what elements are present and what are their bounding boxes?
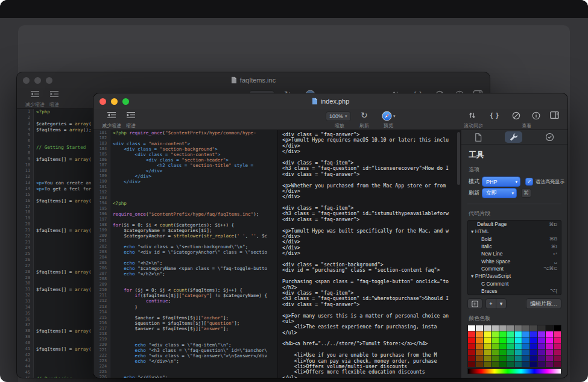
color-gradient-strip[interactable] [467, 368, 561, 374]
color-swatch[interactable] [499, 343, 507, 349]
source-line[interactable]: </div> [282, 251, 461, 256]
color-swatch[interactable] [546, 331, 553, 337]
code-line[interactable]: 203 echo "<div id = \"$categoryAnchor\" … [93, 249, 277, 255]
snippet-item[interactable]: Comment⌥⌘C [468, 265, 561, 272]
color-swatch[interactable] [546, 362, 553, 367]
source-line[interactable]: </div> [282, 234, 461, 239]
color-swatch[interactable] [499, 337, 507, 343]
code-line[interactable]: 214 [93, 310, 277, 315]
zoom-button[interactable] [122, 98, 129, 105]
tab-validation[interactable] [541, 131, 558, 143]
code-line[interactable]: 221 echo "<h3 class = \"faq-question\" i… [93, 348, 277, 353]
code-line[interactable]: 188 </div> [93, 168, 277, 174]
color-swatch[interactable] [538, 349, 545, 355]
snippet-item[interactable]: Braces⌥{ [468, 287, 561, 295]
color-swatch[interactable] [554, 355, 561, 361]
minimize-button[interactable] [34, 77, 41, 84]
code-line[interactable]: 200 $categoryAnchor = strtolower(str_rep… [93, 233, 277, 239]
color-swatch[interactable] [530, 337, 537, 343]
color-swatch[interactable] [468, 343, 475, 349]
color-swatch[interactable] [492, 325, 499, 331]
code-line[interactable]: 223 echo "</div>\n"; [93, 359, 277, 364]
color-swatch[interactable] [507, 337, 514, 343]
color-swatch[interactable] [530, 355, 537, 361]
code-line[interactable]: 189 </div> [93, 174, 277, 179]
code-line[interactable]: 198for($i = 0; $i < count($categories); … [93, 222, 277, 228]
color-swatch[interactable] [538, 325, 545, 331]
color-swatch[interactable] [515, 331, 522, 337]
color-swatch[interactable] [522, 355, 530, 361]
color-swatch[interactable] [546, 355, 553, 361]
color-swatch[interactable] [484, 349, 491, 355]
color-swatch[interactable] [499, 349, 507, 355]
snippet-item[interactable]: Default Page⌘D [468, 221, 561, 228]
color-swatch[interactable] [538, 337, 545, 343]
color-swatch[interactable] [530, 343, 537, 349]
code-line[interactable]: 195 [93, 206, 277, 211]
code-line[interactable]: 184 <div class = "section-background"> [93, 146, 277, 152]
color-swatch[interactable] [546, 343, 553, 349]
source-line[interactable]: <p>Whether you purchased from the Mac Ap… [282, 183, 461, 189]
syntax-highlight-checkbox[interactable]: ✓ [525, 178, 533, 186]
code-line[interactable]: 193 [93, 195, 277, 201]
code-line[interactable]: 191 [93, 184, 277, 190]
color-swatch[interactable] [476, 337, 483, 343]
edit-snippet-button[interactable]: 编辑片段… [526, 298, 561, 309]
outdent-button[interactable] [107, 111, 116, 119]
color-swatch[interactable] [476, 325, 483, 331]
snippet-list[interactable]: Default Page⌘D▾ HTMLBold⌘BItalic⌘INew Li… [467, 220, 561, 295]
minimize-button[interactable] [111, 98, 118, 105]
source-line[interactable]: </div> [282, 239, 461, 245]
code-line[interactable]: 201 [93, 239, 277, 244]
scroll-sync-button[interactable] [469, 111, 476, 119]
tab-document[interactable] [470, 132, 486, 143]
code-editor[interactable]: 181<?php require_once("$contentPrefix/hy… [93, 130, 277, 378]
code-line[interactable]: 204 [93, 255, 277, 260]
color-swatch[interactable] [468, 349, 475, 355]
source-line[interactable]: <li>The easiest experience for purchasin… [282, 324, 461, 330]
color-swatch[interactable] [554, 331, 561, 337]
color-swatch[interactable] [507, 331, 514, 337]
color-swatch[interactable] [507, 325, 514, 331]
source-line[interactable]: </div> [282, 245, 461, 251]
snippet-item[interactable]: ▾ PHP/JavaScript [468, 272, 561, 280]
color-swatch[interactable] [468, 325, 475, 331]
color-swatch[interactable] [476, 349, 483, 355]
color-swatch[interactable] [530, 362, 537, 367]
color-swatch[interactable] [492, 331, 499, 337]
color-swatch[interactable] [554, 325, 561, 331]
code-line[interactable]: 210 for ($j = 0; $j < count($faqItems); … [93, 287, 277, 293]
snippet-item[interactable]: C Comment [468, 280, 561, 287]
scrollbar[interactable] [457, 132, 460, 185]
color-swatch[interactable] [492, 362, 499, 367]
color-swatch[interactable] [476, 362, 483, 367]
color-swatch[interactable] [538, 355, 545, 361]
tab-tools[interactable] [505, 131, 522, 143]
code-line[interactable]: 186 <div class = "section-header"> [93, 157, 277, 163]
code-line[interactable]: 220 echo "<div class = \"faq-item\"\n"; [93, 342, 277, 348]
color-swatch[interactable] [522, 337, 530, 343]
color-swatch[interactable] [515, 362, 522, 367]
source-line[interactable]: </div> [282, 149, 461, 154]
source-line[interactable]: <div class = "faq-answer"> [282, 302, 461, 307]
color-swatch[interactable] [538, 331, 545, 337]
color-swatch[interactable] [554, 337, 561, 343]
color-swatch[interactable] [476, 355, 483, 361]
color-swatch[interactable] [484, 362, 491, 367]
color-swatch[interactable] [530, 331, 537, 337]
refresh-button[interactable]: ↻ [361, 111, 368, 119]
add-snippet-button[interactable]: + [486, 299, 496, 308]
color-swatch[interactable] [468, 362, 475, 367]
code-line[interactable]: 216 $question = $faqItems[$j]["question"… [93, 321, 277, 326]
color-swatch[interactable] [484, 355, 491, 361]
code-line[interactable]: 192 [93, 190, 277, 195]
code-line[interactable]: 183<div class = "main-content"> [93, 141, 277, 146]
color-swatch[interactable] [476, 343, 483, 349]
code-line[interactable]: 211 if($faqItems[$j]["category"] != $cat… [93, 293, 277, 298]
color-swatch[interactable] [484, 343, 491, 349]
color-swatch[interactable] [468, 355, 475, 361]
zoom-button[interactable] [46, 77, 52, 84]
code-line[interactable]: 194<?php [93, 201, 277, 206]
source-line[interactable]: </ul> [282, 330, 461, 336]
info-button[interactable] [532, 111, 540, 120]
